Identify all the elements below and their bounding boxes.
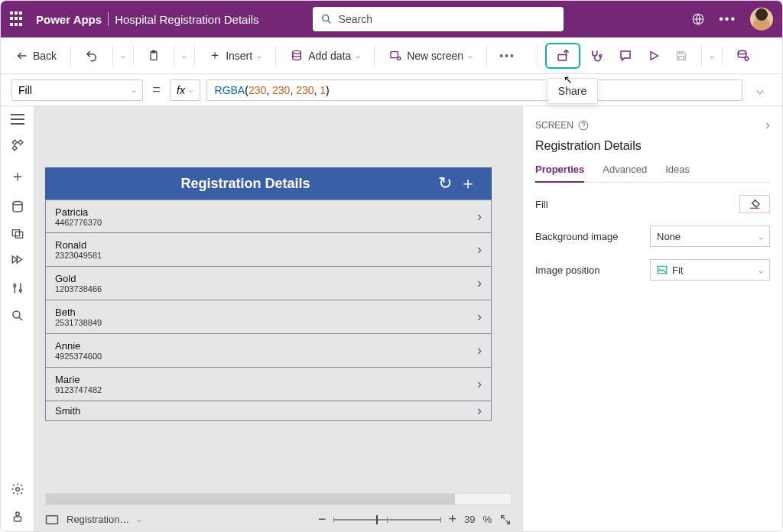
equals-sign: = (149, 82, 164, 98)
fit-to-window-icon[interactable] (499, 514, 512, 526)
settings-icon[interactable] (11, 482, 24, 496)
row-sub: 1203738466 (55, 284, 477, 294)
row-name: Beth (55, 307, 477, 318)
help-icon[interactable] (578, 120, 589, 131)
svg-line-33 (19, 317, 22, 320)
expand-formula-button[interactable]: ⌵ (749, 83, 772, 97)
insert-rail-icon[interactable]: ＋ (10, 166, 25, 187)
imgpos-label: Image position (535, 264, 642, 276)
environment-icon[interactable] (691, 12, 705, 26)
fx-button[interactable]: fx ⌵ (170, 79, 200, 101)
save-button[interactable] (669, 47, 694, 65)
hamburger-icon[interactable] (11, 114, 24, 125)
share-button[interactable]: ↖ Share (545, 43, 580, 69)
chevron-right-icon: › (477, 242, 482, 258)
svg-point-18 (738, 50, 746, 54)
row-name: Gold (55, 273, 477, 284)
svg-line-41 (506, 520, 510, 524)
save-icon (675, 50, 687, 62)
comments-button[interactable] (612, 46, 638, 66)
list-item[interactable]: Ronald2323049581› (45, 233, 492, 267)
tab-ideas[interactable]: Ideas (665, 164, 690, 182)
svg-point-35 (15, 512, 19, 516)
chevron-down-icon: ⌵ (759, 266, 763, 274)
svg-point-32 (13, 311, 20, 318)
panel-title: Registration Details (535, 139, 770, 153)
list-item[interactable]: Beth2531738849› (45, 300, 492, 334)
chevron-down-icon: ⌵ (759, 232, 763, 241)
row-sub: 2323049581 (55, 251, 477, 260)
chevron-right-icon: › (477, 309, 482, 325)
tab-properties[interactable]: Properties (535, 164, 584, 183)
user-avatar[interactable] (750, 8, 773, 31)
chevron-down-icon: ⌵ (356, 51, 360, 60)
more-icon[interactable]: ••• (719, 12, 736, 26)
chevron-down-icon: ⌵ (468, 51, 473, 60)
list-item[interactable]: Marie9123747482› (45, 368, 492, 401)
left-rail: ＋ (1, 106, 34, 532)
collapse-panel-icon[interactable]: › (765, 117, 770, 133)
preview-button[interactable] (642, 47, 666, 65)
paste-button[interactable] (141, 46, 166, 66)
property-selector[interactable]: Fill ⌵ (11, 79, 143, 101)
search-icon (320, 13, 333, 25)
row-name: Smith (55, 405, 477, 417)
power-automate-icon[interactable] (10, 254, 25, 268)
bgimg-label: Background image (535, 231, 642, 242)
fill-color-button[interactable] (739, 195, 770, 213)
back-arrow-icon (16, 50, 28, 62)
advanced-tools-icon[interactable] (11, 281, 24, 295)
list-item[interactable]: Smith› (45, 401, 492, 421)
undo-button[interactable] (79, 46, 105, 66)
screen-name-label[interactable]: Registration… (67, 514, 129, 525)
zoom-out-button[interactable]: − (318, 511, 327, 527)
chevron-down-icon: ⌵ (257, 51, 262, 60)
svg-rect-16 (679, 56, 684, 60)
chevron-right-icon: › (477, 275, 482, 291)
back-button[interactable]: Back (10, 47, 63, 65)
chevron-down-icon: ⌵ (756, 83, 764, 96)
chevron-down-icon[interactable]: ⌵ (137, 515, 141, 524)
row-name: Annie (55, 340, 477, 352)
app-checker-button[interactable] (583, 46, 609, 66)
horizontal-scrollbar[interactable] (45, 493, 512, 505)
cursor-icon: ↖ (564, 73, 573, 86)
insert-button[interactable]: ＋ Insert ⌵ (203, 44, 268, 66)
bgimg-dropdown[interactable]: None ⌵ (650, 225, 770, 247)
undo-chevron-icon[interactable]: ⌵ (121, 51, 125, 60)
overflow-icon[interactable]: ••• (495, 50, 520, 62)
formula-input[interactable]: RGBA(230, 230, 230, 1) (206, 79, 742, 101)
list-item[interactable]: Gold1203738466› (45, 267, 492, 300)
svg-rect-36 (14, 517, 21, 521)
data-icon (290, 50, 304, 62)
data-rail-icon[interactable] (11, 200, 24, 214)
search-rail-icon[interactable] (11, 309, 24, 323)
chevron-right-icon: › (477, 403, 482, 419)
save-chevron-icon[interactable]: ⌵ (710, 51, 714, 60)
media-rail-icon[interactable] (10, 228, 25, 240)
list-item[interactable]: Annie4925374600› (45, 334, 492, 368)
svg-rect-8 (391, 51, 398, 57)
refresh-icon[interactable]: ↻ (434, 174, 456, 193)
chevron-down-icon: ⌵ (188, 86, 193, 94)
add-icon[interactable]: ＋ (456, 172, 479, 195)
tab-advanced[interactable]: Advanced (603, 164, 647, 182)
canvas-footer: Registration… ⌵ − + 39 % (34, 505, 522, 532)
app-name-label: Hospital Registration Details (115, 13, 258, 26)
list-item[interactable]: Patricia4462776370› (45, 200, 492, 233)
new-screen-button[interactable]: New screen ⌵ (382, 47, 479, 65)
zoom-slider[interactable] (333, 519, 440, 521)
global-search-input[interactable]: Search (313, 7, 564, 31)
app-preview[interactable]: Registration Details ↻ ＋ Patricia4462776… (45, 167, 492, 421)
app-launcher-icon[interactable] (10, 11, 25, 27)
virtual-agent-icon[interactable] (11, 510, 24, 524)
tree-view-icon[interactable] (11, 138, 24, 152)
publish-button[interactable] (730, 46, 756, 66)
zoom-in-button[interactable]: + (448, 511, 456, 527)
svg-point-34 (15, 488, 19, 491)
row-sub: 2531738849 (55, 318, 477, 327)
paste-chevron-icon[interactable]: ⌵ (182, 51, 187, 60)
brand-label: Power Apps (36, 13, 102, 26)
imgpos-dropdown[interactable]: Fit ⌵ (650, 259, 770, 281)
add-data-button[interactable]: Add data ⌵ (284, 47, 366, 65)
